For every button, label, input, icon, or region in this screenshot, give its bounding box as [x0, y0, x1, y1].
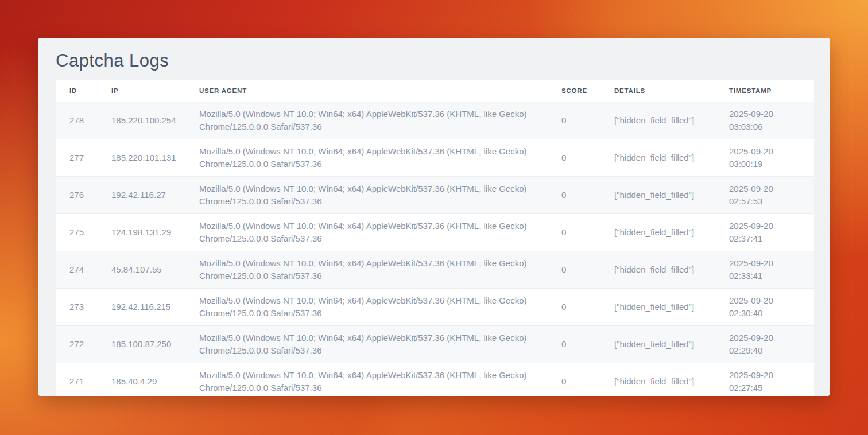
table-body: 278185.220.100.254Mozilla/5.0 (Windows N…	[56, 102, 814, 396]
cell-user-agent: Mozilla/5.0 (Windows NT 10.0; Win64; x64…	[199, 325, 561, 363]
table-row: 278185.220.100.254Mozilla/5.0 (Windows N…	[56, 102, 814, 139]
cell-score: 0	[561, 176, 614, 213]
cell-user-agent: Mozilla/5.0 (Windows NT 10.0; Win64; x64…	[199, 139, 561, 176]
cell-ip: 192.42.116.215	[111, 288, 199, 325]
cell-score: 0	[561, 251, 614, 288]
table-row: 272185.100.87.250Mozilla/5.0 (Windows NT…	[56, 325, 814, 363]
table-row: 277185.220.101.131Mozilla/5.0 (Windows N…	[56, 139, 814, 176]
cell-ip: 192.42.116.27	[111, 176, 199, 213]
cell-ip: 185.220.101.131	[111, 139, 199, 176]
cell-details: ["hidden_field_filled"]	[614, 213, 729, 251]
table-row: 273192.42.116.215Mozilla/5.0 (Windows NT…	[56, 288, 814, 325]
cell-user-agent: Mozilla/5.0 (Windows NT 10.0; Win64; x64…	[199, 288, 561, 325]
cell-id: 275	[56, 213, 111, 251]
table-row: 271185.40.4.29Mozilla/5.0 (Windows NT 10…	[56, 363, 814, 396]
page-title: Captcha Logs	[56, 51, 830, 71]
cell-details: ["hidden_field_filled"]	[614, 139, 729, 176]
cell-details: ["hidden_field_filled"]	[614, 325, 729, 363]
cell-id: 276	[56, 176, 111, 213]
cell-timestamp: 2025-09-20 02:57:53	[729, 176, 814, 213]
cell-timestamp: 2025-09-20 02:27:45	[729, 363, 814, 396]
cell-score: 0	[561, 363, 614, 396]
cell-details: ["hidden_field_filled"]	[614, 363, 729, 396]
cell-id: 271	[56, 363, 111, 396]
cell-timestamp: 2025-09-20 02:37:41	[729, 213, 814, 251]
table-row: 276192.42.116.27Mozilla/5.0 (Windows NT …	[56, 176, 814, 213]
column-header-details: DETAILS	[614, 80, 729, 102]
cell-id: 273	[56, 288, 111, 325]
cell-details: ["hidden_field_filled"]	[614, 288, 729, 325]
cell-user-agent: Mozilla/5.0 (Windows NT 10.0; Win64; x64…	[199, 102, 561, 139]
cell-id: 272	[56, 325, 111, 363]
cell-ip: 185.220.100.254	[111, 102, 199, 139]
cell-id: 278	[56, 102, 111, 139]
cell-timestamp: 2025-09-20 03:03:06	[729, 102, 814, 139]
captcha-logs-card: Captcha Logs ID IP USER AGENT SCORE DETA…	[38, 38, 830, 396]
cell-ip: 124.198.131.29	[111, 213, 199, 251]
cell-details: ["hidden_field_filled"]	[614, 176, 729, 213]
column-header-user-agent: USER AGENT	[199, 80, 561, 102]
column-header-score: SCORE	[561, 80, 614, 102]
cell-score: 0	[561, 325, 614, 363]
cell-score: 0	[561, 102, 614, 139]
table-row: 27445.84.107.55Mozilla/5.0 (Windows NT 1…	[56, 251, 814, 288]
cell-details: ["hidden_field_filled"]	[614, 102, 729, 139]
table-header-row: ID IP USER AGENT SCORE DETAILS TIMESTAMP	[56, 80, 814, 102]
cell-details: ["hidden_field_filled"]	[614, 251, 729, 288]
cell-score: 0	[561, 288, 614, 325]
cell-id: 277	[56, 139, 111, 176]
cell-timestamp: 2025-09-20 03:00:19	[729, 139, 814, 176]
cell-score: 0	[561, 213, 614, 251]
cell-ip: 185.100.87.250	[111, 325, 199, 363]
column-header-timestamp: TIMESTAMP	[729, 80, 814, 102]
cell-timestamp: 2025-09-20 02:30:40	[729, 288, 814, 325]
cell-score: 0	[561, 139, 614, 176]
cell-user-agent: Mozilla/5.0 (Windows NT 10.0; Win64; x64…	[199, 176, 561, 213]
column-header-id: ID	[56, 80, 111, 102]
cell-ip: 45.84.107.55	[111, 251, 199, 288]
cell-timestamp: 2025-09-20 02:29:40	[729, 325, 814, 363]
cell-timestamp: 2025-09-20 02:33:41	[729, 251, 814, 288]
cell-ip: 185.40.4.29	[111, 363, 199, 396]
captcha-logs-table: ID IP USER AGENT SCORE DETAILS TIMESTAMP…	[56, 80, 814, 396]
column-header-ip: IP	[111, 80, 199, 102]
captcha-logs-table-container: ID IP USER AGENT SCORE DETAILS TIMESTAMP…	[56, 80, 814, 396]
cell-user-agent: Mozilla/5.0 (Windows NT 10.0; Win64; x64…	[199, 251, 561, 288]
cell-id: 274	[56, 251, 111, 288]
table-row: 275124.198.131.29Mozilla/5.0 (Windows NT…	[56, 213, 814, 251]
cell-user-agent: Mozilla/5.0 (Windows NT 10.0; Win64; x64…	[199, 363, 561, 396]
cell-user-agent: Mozilla/5.0 (Windows NT 10.0; Win64; x64…	[199, 213, 561, 251]
